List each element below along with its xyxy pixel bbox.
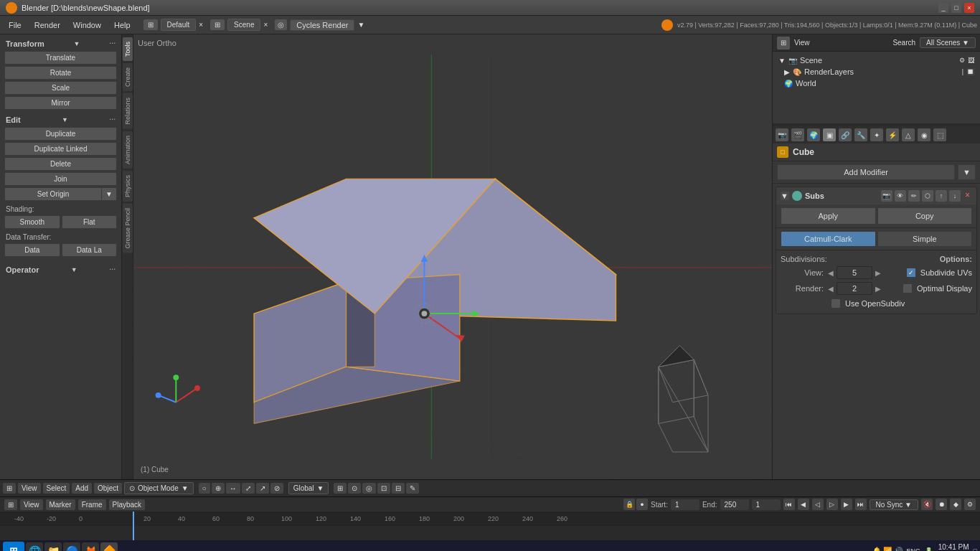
- render-engine-selector[interactable]: Cycles Render: [290, 19, 354, 31]
- props-icon-scene[interactable]: 🎬: [791, 128, 804, 141]
- copy-button[interactable]: Copy: [877, 207, 973, 225]
- viewport-icon-3[interactable]: ↔: [226, 483, 240, 494]
- viewport-icon-4[interactable]: ⤢: [242, 483, 255, 494]
- prev-frame-btn[interactable]: ◀: [798, 499, 809, 510]
- add-modifier-button[interactable]: Add Modifier: [777, 164, 955, 180]
- go-end-btn[interactable]: ⏭: [855, 499, 867, 510]
- viewport[interactable]: User Ortho: [133, 34, 772, 479]
- workspace-icon[interactable]: ⊞: [143, 19, 158, 30]
- view-label[interactable]: View: [794, 39, 888, 47]
- data-la-button[interactable]: Data La: [62, 243, 118, 257]
- render-layers-icon2[interactable]: 🔲: [966, 68, 974, 75]
- scene-close[interactable]: ×: [263, 21, 268, 29]
- close-button[interactable]: ×: [964, 3, 974, 13]
- tab-simple[interactable]: Simple: [877, 231, 973, 247]
- timeline-frame[interactable]: Frame: [78, 499, 106, 510]
- timeline-view[interactable]: View: [20, 499, 43, 510]
- props-icon-particles[interactable]: ✦: [870, 128, 883, 141]
- viewport-icon-6[interactable]: ⊘: [270, 483, 283, 494]
- viewport-object-btn[interactable]: Object: [94, 483, 122, 494]
- start-frame-input[interactable]: 1: [671, 499, 699, 510]
- timeline-marker[interactable]: Marker: [46, 499, 75, 510]
- minimize-button[interactable]: _: [938, 3, 948, 13]
- viewport-icon-1[interactable]: ○: [199, 483, 210, 494]
- duplicate-button[interactable]: Duplicate: [4, 127, 117, 141]
- taskbar-ie[interactable]: 🌐: [26, 542, 43, 552]
- snap-icon[interactable]: ⊞: [334, 483, 347, 494]
- props-icon-material[interactable]: ◉: [918, 128, 930, 141]
- operator-section-header[interactable]: Operator ▼ ⋯: [3, 263, 118, 276]
- onion-icon[interactable]: ⊟: [392, 483, 405, 494]
- flat-button[interactable]: Flat: [62, 215, 118, 229]
- apply-button[interactable]: Apply: [781, 207, 876, 225]
- props-icon-texture[interactable]: ⬚: [933, 128, 946, 141]
- gpencil-icon[interactable]: ✎: [406, 483, 419, 494]
- tree-render-layers[interactable]: ▶ 🎨 RenderLayers | 🔲: [776, 66, 977, 77]
- props-icon-constraints[interactable]: 🔗: [839, 128, 852, 141]
- props-icon-render[interactable]: 📷: [776, 128, 788, 141]
- current-frame-input[interactable]: 1: [752, 499, 781, 510]
- viewport-icon-5[interactable]: ↗: [256, 483, 269, 494]
- menu-render[interactable]: Render: [29, 19, 66, 32]
- view-decrease-icon[interactable]: ◀: [828, 269, 834, 277]
- taskbar-explorer[interactable]: 📁: [44, 542, 62, 552]
- tree-scene[interactable]: ▼ 📷 Scene ⚙ 🖼: [776, 55, 977, 66]
- modifier-view-icon[interactable]: 👁: [895, 190, 906, 202]
- mirror-button[interactable]: Mirror: [4, 96, 117, 110]
- modifier-up-icon[interactable]: ↑: [936, 190, 947, 202]
- global-local-selector[interactable]: Global ▼: [288, 482, 329, 494]
- props-icon-physics[interactable]: ⚡: [886, 128, 899, 141]
- scene-selector[interactable]: Scene: [227, 19, 260, 31]
- join-button[interactable]: Join: [4, 172, 117, 186]
- render-engine-dropdown[interactable]: ▼: [357, 21, 364, 29]
- end-frame-input[interactable]: 250: [720, 499, 749, 510]
- render-value-input[interactable]: 2: [837, 282, 872, 295]
- play-btn[interactable]: ▷: [826, 499, 838, 510]
- optimal-display-checkbox[interactable]: [903, 283, 913, 293]
- props-icon-modifiers[interactable]: 🔧: [854, 128, 867, 141]
- workspace-close[interactable]: ×: [199, 21, 203, 29]
- scale-button[interactable]: Scale: [4, 81, 117, 95]
- viewport-view-btn[interactable]: View: [18, 483, 41, 494]
- workspace-selector[interactable]: Default: [161, 19, 197, 31]
- audio-mute-btn[interactable]: 🔇: [921, 499, 933, 510]
- transform-section-header[interactable]: Transform ▼ ⋯: [3, 37, 118, 50]
- taskbar-firefox[interactable]: 🦊: [82, 542, 99, 552]
- rotate-button[interactable]: Rotate: [4, 66, 117, 80]
- data-button[interactable]: Data: [4, 243, 60, 257]
- props-icon-object[interactable]: ▣: [823, 128, 836, 141]
- scene-settings-icon[interactable]: ⚙: [959, 57, 965, 64]
- settings-btn[interactable]: ⚙: [964, 499, 976, 510]
- props-icon-mesh[interactable]: △: [902, 128, 915, 141]
- pivot-icon[interactable]: ⊙: [348, 483, 361, 494]
- lock-icon[interactable]: 🔒: [623, 499, 635, 510]
- viewport-select-btn[interactable]: Select: [43, 483, 70, 494]
- tab-physics[interactable]: Physics: [123, 171, 133, 202]
- auto-key-icon[interactable]: ●: [636, 499, 648, 510]
- taskbar-chrome[interactable]: 🔵: [63, 542, 80, 552]
- scene-render-icon[interactable]: 🖼: [968, 57, 974, 64]
- subdivide-uvs-checkbox[interactable]: ✓: [906, 268, 916, 278]
- modifier-down-icon[interactable]: ↓: [949, 190, 961, 202]
- viewport-icon-2[interactable]: ⊕: [212, 483, 225, 494]
- tab-relations[interactable]: Relations: [123, 93, 133, 129]
- play-reverse-btn[interactable]: ◁: [812, 499, 824, 510]
- timeline-content[interactable]: [0, 526, 980, 540]
- modifier-enable-toggle[interactable]: [792, 191, 802, 201]
- modifier-render-icon[interactable]: 📷: [881, 190, 892, 202]
- go-start-btn[interactable]: ⏮: [783, 499, 795, 510]
- render-increase-icon[interactable]: ▶: [875, 285, 881, 293]
- menu-file[interactable]: File: [3, 19, 27, 32]
- use-opensubdiv-checkbox[interactable]: [831, 298, 841, 309]
- object-mode-selector[interactable]: ⊙ Object Mode ▼: [124, 482, 194, 494]
- menu-window[interactable]: Window: [67, 19, 107, 32]
- record-btn[interactable]: ⏺: [936, 499, 947, 510]
- search-label[interactable]: Search: [892, 39, 915, 47]
- view-increase-icon[interactable]: ▶: [875, 269, 881, 277]
- translate-button[interactable]: Translate: [4, 51, 117, 65]
- timeline-playback[interactable]: Playback: [109, 499, 146, 510]
- view-value-input[interactable]: 5: [837, 266, 872, 279]
- smooth-button[interactable]: Smooth: [4, 215, 60, 229]
- scene-icon[interactable]: ⊞: [210, 19, 225, 30]
- modifier-edit-icon[interactable]: ✏: [908, 190, 920, 202]
